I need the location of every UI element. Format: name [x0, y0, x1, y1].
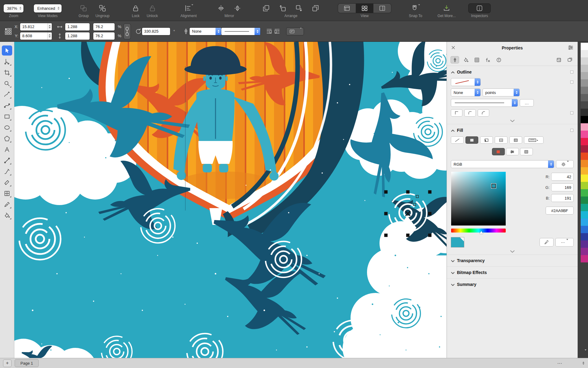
fill-texture-button[interactable]: [524, 137, 543, 143]
view-modes-dropdown[interactable]: Enhanced: [34, 4, 62, 13]
r-field[interactable]: 42: [551, 173, 573, 180]
lock-ratio-button[interactable]: [124, 24, 130, 39]
section-pin[interactable]: [570, 111, 573, 114]
tool-artistic-media[interactable]: [2, 166, 12, 176]
palette-swatch[interactable]: [581, 167, 588, 175]
tool-shape-edit[interactable]: [2, 56, 12, 67]
fill-vector-pattern-button[interactable]: [495, 137, 507, 143]
tool-crop[interactable]: [2, 67, 12, 78]
object-options-dropdown[interactable]: [287, 28, 304, 35]
mirror-vertical-button[interactable]: [233, 4, 242, 13]
eyedropper-button[interactable]: [540, 238, 553, 246]
tool-bezier[interactable]: [2, 100, 12, 110]
g-field[interactable]: 169: [551, 184, 573, 191]
status-overflow-button[interactable]: ⋯: [557, 360, 562, 366]
summary-section-header[interactable]: Summary: [447, 278, 578, 290]
color-viewer-button[interactable]: [492, 148, 504, 155]
y-position-field[interactable]: 8.608: [20, 32, 52, 40]
fill-more-options-button[interactable]: ⋯: [556, 238, 573, 246]
palette-swatch[interactable]: [581, 109, 588, 116]
view-list-button[interactable]: [338, 4, 356, 13]
outline-section-header[interactable]: Outline: [447, 66, 578, 77]
section-pin[interactable]: [570, 70, 573, 74]
panel-options-button[interactable]: [568, 45, 573, 51]
palette-swatch[interactable]: [581, 101, 588, 109]
palette-swatch[interactable]: [581, 65, 588, 72]
palette-swatch[interactable]: [581, 233, 588, 240]
outline-units-dropdown[interactable]: points: [483, 89, 519, 96]
object-width-field[interactable]: 1.288: [65, 23, 90, 31]
tool-zoom[interactable]: [2, 78, 12, 88]
hex-field[interactable]: #2AA9BF: [546, 207, 573, 214]
fill-solid-button[interactable]: [466, 137, 478, 143]
tool-freehand[interactable]: [2, 89, 12, 99]
color-sliders-button[interactable]: [506, 148, 519, 155]
section-pin[interactable]: [570, 129, 573, 132]
palette-swatch[interactable]: [581, 255, 588, 262]
palette-swatch[interactable]: [581, 79, 588, 87]
rotation-angle-field[interactable]: 330.825: [142, 28, 170, 35]
palette-swatch[interactable]: [581, 57, 588, 65]
b-field[interactable]: 191: [551, 194, 573, 202]
tool-ellipse[interactable]: [2, 122, 12, 132]
outline-preset-dropdown[interactable]: [451, 78, 480, 86]
tab-fill[interactable]: [461, 56, 470, 63]
palette-swatch[interactable]: [581, 248, 588, 255]
bitmap-effects-section-header[interactable]: Bitmap Effects: [447, 266, 578, 278]
tool-rectangle[interactable]: [2, 111, 12, 121]
fill-bitmap-pattern-button[interactable]: [510, 137, 522, 143]
wrap-left-button[interactable]: [265, 27, 273, 35]
view-grid-button[interactable]: [356, 4, 373, 13]
palette-swatch[interactable]: [581, 72, 588, 79]
palette-swatch[interactable]: [581, 94, 588, 101]
x-position-field[interactable]: 15.812: [20, 23, 52, 31]
corner-miter-button[interactable]: [451, 110, 462, 116]
zoom-dropdown[interactable]: 387%: [4, 4, 23, 13]
y-stepper[interactable]: [47, 32, 52, 40]
palette-swatch[interactable]: [581, 50, 588, 57]
outline-collapse[interactable]: [447, 118, 578, 124]
color-palettes-button[interactable]: [520, 148, 533, 155]
unlock-button[interactable]: [148, 4, 157, 13]
palette-swatch[interactable]: [581, 131, 588, 138]
tool-text[interactable]: [2, 144, 12, 154]
tab-transparency[interactable]: [472, 56, 481, 63]
ungroup-button[interactable]: [98, 4, 107, 13]
scale-height-field[interactable]: 76.2: [93, 32, 115, 40]
color-settings-button[interactable]: [556, 161, 573, 168]
tool-eyedropper[interactable]: [2, 199, 12, 209]
corner-bevel-button[interactable]: [478, 110, 489, 116]
outline-more-button[interactable]: …: [520, 99, 533, 106]
palette-swatch[interactable]: [581, 153, 588, 160]
inspectors-button[interactable]: [469, 4, 490, 13]
palette-swatch[interactable]: [581, 145, 588, 153]
outline-style-dropdown[interactable]: [221, 28, 260, 35]
palette-swatch[interactable]: [581, 123, 588, 131]
palette-swatch[interactable]: [581, 138, 588, 145]
hue-slider[interactable]: [451, 229, 506, 233]
group-button[interactable]: [79, 4, 88, 13]
fill-gradient-button[interactable]: [480, 137, 493, 143]
tab-frame[interactable]: [554, 56, 563, 63]
tab-effects[interactable]: [483, 56, 492, 63]
lock-button[interactable]: [131, 4, 141, 13]
picker-cursor[interactable]: [491, 184, 496, 188]
page-tab[interactable]: Page 1: [15, 359, 39, 367]
palette-swatch[interactable]: [581, 182, 588, 189]
close-panel-button[interactable]: [451, 45, 455, 51]
section-pin[interactable]: [570, 81, 573, 84]
palette-swatch[interactable]: [581, 87, 588, 94]
palette-swatch[interactable]: [581, 175, 588, 182]
get-more-button[interactable]: [442, 4, 451, 13]
fill-section-header[interactable]: Fill: [447, 124, 578, 135]
tab-clip[interactable]: [565, 56, 574, 63]
fill-none-button[interactable]: [451, 137, 463, 143]
hue-thumb[interactable]: [479, 231, 483, 234]
palette-swatch[interactable]: [581, 240, 588, 248]
outline-width-dropdown[interactable]: None: [190, 28, 221, 35]
drawing-canvas[interactable]: [14, 42, 447, 358]
alignment-button[interactable]: [182, 4, 195, 13]
palette-swatch[interactable]: [581, 204, 588, 211]
transparency-section-header[interactable]: Transparency: [447, 254, 578, 266]
add-page-button[interactable]: +: [3, 359, 12, 367]
